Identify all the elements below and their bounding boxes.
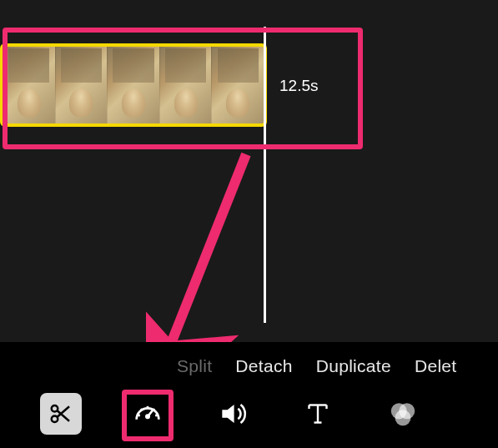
annotation-speed-highlight (122, 390, 174, 441)
scissors-tool[interactable] (40, 393, 82, 435)
svg-line-0 (161, 154, 246, 369)
volume-icon (217, 398, 249, 430)
delete-action[interactable]: Delet (403, 356, 469, 376)
text-icon (303, 399, 333, 429)
action-row: Split Detach Duplicate Delet (0, 352, 498, 380)
filters-tool[interactable] (384, 395, 422, 433)
duplicate-action[interactable]: Duplicate (304, 356, 403, 376)
annotation-clip-highlight (3, 28, 363, 149)
text-tool[interactable] (299, 395, 337, 433)
timeline-area: 12.5s (0, 0, 498, 342)
editor-toolbar: Split Detach Duplicate Delet (0, 342, 498, 448)
detach-action[interactable]: Detach (224, 356, 304, 376)
svg-point-3 (52, 416, 58, 423)
volume-tool[interactable] (214, 395, 252, 433)
svg-point-20 (395, 410, 411, 425)
split-action[interactable]: Split (165, 356, 224, 376)
tool-row (0, 391, 498, 436)
svg-point-2 (52, 405, 58, 412)
scissors-icon (48, 401, 73, 426)
filters-icon (387, 398, 419, 430)
